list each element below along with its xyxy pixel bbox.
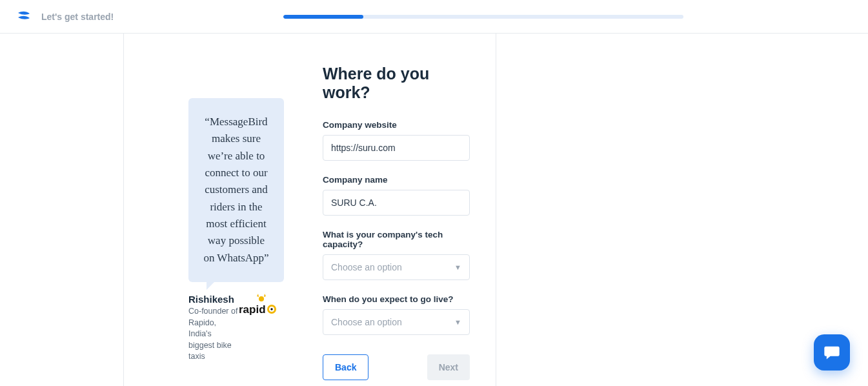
chat-icon bbox=[823, 343, 841, 361]
tech-capacity-placeholder: Choose an option bbox=[331, 262, 402, 272]
attribution: Rishikesh Co-founder of Rapido, India's … bbox=[188, 294, 239, 363]
field-company-website: Company website bbox=[323, 120, 470, 161]
form-actions: Back Next bbox=[323, 354, 470, 380]
chevron-down-icon: ▼ bbox=[454, 318, 461, 326]
header: Let's get started! bbox=[0, 0, 868, 34]
company-name-label: Company name bbox=[323, 175, 470, 185]
progress-fill bbox=[283, 15, 363, 19]
next-button[interactable]: Next bbox=[427, 354, 470, 380]
svg-text:rapid: rapid bbox=[239, 303, 266, 316]
progress-bar bbox=[283, 15, 683, 19]
tech-capacity-label: What is your company's tech capacity? bbox=[323, 230, 470, 249]
testimonial-column: “MessageBird makes sure we’re able to co… bbox=[124, 34, 310, 386]
chevron-down-icon: ▼ bbox=[454, 263, 461, 271]
go-live-label: When do you expect to go live? bbox=[323, 294, 470, 304]
company-website-label: Company website bbox=[323, 120, 470, 130]
attribution-row: Rishikesh Co-founder of Rapido, India's … bbox=[188, 294, 284, 363]
testimonial-quote: “MessageBird makes sure we’re able to co… bbox=[188, 98, 284, 282]
field-tech-capacity: What is your company's tech capacity? Ch… bbox=[323, 230, 470, 280]
company-website-input[interactable] bbox=[323, 135, 470, 161]
attribution-role-2: India's biggest bike taxis bbox=[188, 329, 239, 363]
main: “MessageBird makes sure we’re able to co… bbox=[0, 34, 868, 386]
attribution-role-1: Co-founder of Rapido, bbox=[188, 306, 239, 329]
svg-point-3 bbox=[270, 308, 272, 310]
header-title: Let's get started! bbox=[41, 12, 114, 22]
form-column: Where do you work? Company website Compa… bbox=[310, 34, 496, 386]
chat-fab[interactable] bbox=[814, 334, 850, 371]
back-button[interactable]: Back bbox=[323, 354, 368, 380]
attribution-name: Rishikesh bbox=[188, 294, 239, 305]
field-go-live: When do you expect to go live? Choose an… bbox=[323, 294, 470, 335]
page-title: Where do you work? bbox=[323, 65, 470, 102]
testimonial-brand-logo: rapid bbox=[239, 294, 284, 316]
svg-point-0 bbox=[259, 296, 264, 301]
go-live-select[interactable]: Choose an option ▼ bbox=[323, 309, 470, 335]
tech-capacity-select[interactable]: Choose an option ▼ bbox=[323, 254, 470, 280]
left-spacer bbox=[0, 34, 124, 386]
content: “MessageBird makes sure we’re able to co… bbox=[124, 34, 496, 386]
progress-bar-wrap bbox=[114, 15, 853, 19]
right-spacer bbox=[496, 34, 868, 386]
brand-logo-icon bbox=[15, 9, 31, 25]
go-live-placeholder: Choose an option bbox=[331, 317, 402, 327]
company-name-input[interactable] bbox=[323, 190, 470, 216]
field-company-name: Company name bbox=[323, 175, 470, 216]
